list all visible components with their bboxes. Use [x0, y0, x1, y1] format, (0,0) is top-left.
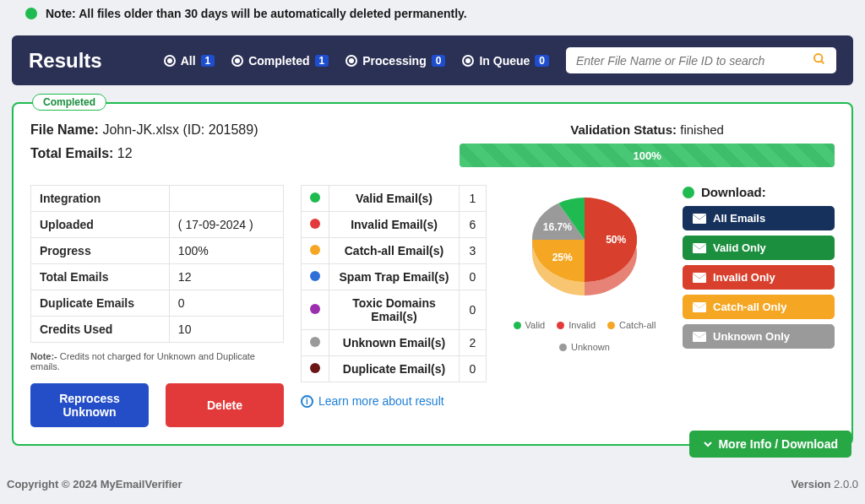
svg-rect-7 — [693, 273, 706, 283]
table-row: Catch-all Email(s)3 — [302, 238, 487, 264]
table-row: Spam Trap Email(s)0 — [302, 264, 487, 290]
more-info-text: More Info / Download — [718, 437, 838, 451]
filter-label: In Queue — [479, 54, 530, 68]
more-info-button[interactable]: More Info / Download — [689, 431, 851, 458]
envelope-icon — [693, 214, 706, 223]
legend-dot-icon — [514, 322, 521, 329]
meta-key: Progress — [31, 238, 170, 264]
category-column: Valid Email(s)1Invalid Email(s)6Catch-al… — [301, 185, 487, 408]
envelope-icon — [693, 243, 706, 252]
cat-label: Unknown Email(s) — [329, 330, 460, 356]
file-meta: File Name: John-JK.xlsx (ID: 201589) Tot… — [30, 122, 443, 170]
filter-count: 0 — [432, 55, 446, 67]
svg-text:25%: 25% — [552, 252, 573, 263]
download-catch-all-only[interactable]: Catch-all Only — [683, 295, 835, 319]
category-table: Valid Email(s)1Invalid Email(s)6Catch-al… — [301, 185, 487, 382]
download-unknown-only[interactable]: Unknown Only — [683, 324, 835, 349]
svg-rect-8 — [693, 302, 706, 312]
download-label: Invalid Only — [713, 271, 775, 284]
cat-count: 0 — [460, 290, 487, 330]
chart-column: 50%25%16.7% ValidInvalidCatch-allUnknown — [503, 185, 666, 352]
envelope-icon — [693, 332, 706, 341]
radio-icon — [231, 55, 243, 67]
download-all-emails[interactable]: All Emails — [683, 206, 835, 230]
legend-item: Invalid — [557, 320, 596, 330]
file-name-value: John-JK.xlsx (ID: 201589) — [102, 122, 258, 137]
radio-icon — [462, 55, 474, 67]
progress-text: 100% — [633, 149, 661, 162]
table-row: Unknown Email(s)2 — [302, 330, 487, 356]
delete-button[interactable]: Delete — [166, 383, 284, 427]
filter-group: All1Completed1Processing0In Queue0 — [164, 54, 549, 68]
search-box[interactable] — [566, 47, 836, 73]
cat-dot — [302, 212, 329, 238]
file-name-label: File Name: — [30, 122, 99, 137]
svg-rect-9 — [693, 332, 706, 342]
meta-value: 100% — [169, 238, 283, 264]
download-valid-only[interactable]: Valid Only — [683, 236, 835, 260]
filter-in-queue[interactable]: In Queue0 — [462, 54, 549, 68]
meta-key: Duplicate Emails — [31, 290, 170, 317]
status-tag: Completed — [32, 94, 106, 111]
download-invalid-only[interactable]: Invalid Only — [683, 265, 835, 290]
credits-note: Note:- Credits not charged for Unknown a… — [30, 351, 284, 371]
download-label: Valid Only — [713, 241, 766, 254]
legend-dot-icon — [559, 344, 567, 351]
cat-count: 1 — [460, 186, 487, 212]
cat-dot — [302, 264, 329, 290]
table-row: Total Emails12 — [31, 264, 284, 290]
cat-dot — [302, 238, 329, 264]
radio-icon — [164, 55, 176, 67]
legend-item: Unknown — [559, 342, 610, 352]
download-column: Download: All EmailsValid OnlyInvalid On… — [683, 185, 835, 354]
cat-dot — [302, 290, 329, 330]
cat-dot — [302, 186, 329, 212]
result-card: Completed File Name: John-JK.xlsx (ID: 2… — [12, 102, 853, 446]
progress-bar: 100% — [460, 144, 835, 167]
svg-text:50%: 50% — [606, 234, 626, 246]
download-heading: Download: — [683, 185, 835, 199]
cat-label: Toxic Domains Email(s) — [329, 290, 460, 330]
search-input[interactable] — [576, 54, 813, 68]
validation-status-label: Validation Status: — [570, 122, 677, 137]
notice-bar: Note: All files older than 30 days will … — [0, 0, 865, 35]
info-icon: i — [301, 395, 313, 408]
legend-item: Valid — [514, 320, 546, 330]
filter-processing[interactable]: Processing0 — [345, 54, 445, 68]
meta-value: 0 — [169, 290, 283, 317]
learn-more-link[interactable]: i Learn more about result — [301, 394, 487, 408]
legend-label: Unknown — [571, 342, 610, 352]
legend-dot-icon — [607, 322, 615, 329]
results-header: Results All1Completed1Processing0In Queu… — [12, 35, 853, 85]
legend-label: Invalid — [569, 320, 596, 330]
total-emails-label: Total Emails: — [30, 146, 113, 160]
table-row: Toxic Domains Email(s)0 — [302, 290, 487, 330]
filter-label: Completed — [248, 54, 309, 68]
table-row: Valid Email(s)1 — [302, 186, 487, 212]
svg-rect-5 — [693, 214, 706, 224]
svg-text:16.7%: 16.7% — [543, 221, 572, 233]
meta-column: IntegrationUploaded( 17-09-2024 )Progres… — [30, 185, 284, 427]
filter-completed[interactable]: Completed1 — [231, 54, 329, 68]
legend-label: Catch-all — [619, 320, 656, 330]
filter-all[interactable]: All1 — [164, 54, 215, 68]
cat-count: 6 — [460, 212, 487, 238]
meta-key: Integration — [31, 186, 170, 212]
cat-label: Valid Email(s) — [329, 186, 460, 212]
cat-count: 0 — [460, 356, 487, 382]
svg-rect-6 — [693, 243, 706, 253]
reprocess-button[interactable]: Reprocess Unknown — [30, 383, 149, 427]
meta-value: 12 — [169, 264, 283, 290]
cat-count: 2 — [460, 330, 487, 356]
cat-label: Catch-all Email(s) — [329, 238, 460, 264]
envelope-icon — [693, 273, 706, 282]
legend-item: Catch-all — [607, 320, 656, 330]
total-emails-value: 12 — [117, 146, 133, 160]
meta-table: IntegrationUploaded( 17-09-2024 )Progres… — [30, 185, 284, 343]
cat-count: 0 — [460, 264, 487, 290]
search-icon[interactable] — [813, 52, 826, 68]
filter-label: Processing — [362, 54, 426, 68]
cat-label: Spam Trap Email(s) — [329, 264, 460, 290]
cat-label: Invalid Email(s) — [329, 212, 460, 238]
table-row: Invalid Email(s)6 — [302, 212, 487, 238]
